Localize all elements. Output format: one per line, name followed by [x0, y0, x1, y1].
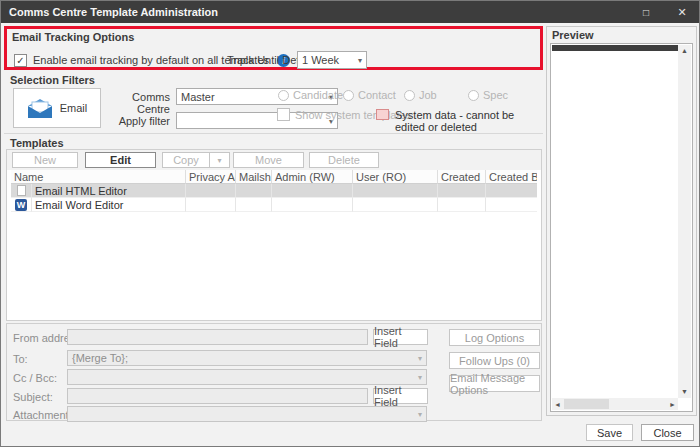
preview-content: ▲ ▼ ◄ ►: [550, 43, 693, 412]
check-icon: ✓: [16, 55, 24, 66]
radio-circle-icon: [278, 90, 289, 101]
column-header-user-ro[interactable]: User (RO): [353, 170, 438, 184]
subject-input[interactable]: [67, 388, 368, 404]
radio-spec[interactable]: Spec: [468, 89, 508, 101]
move-button[interactable]: Move: [233, 152, 304, 168]
table-row-name[interactable]: Email Word Editor: [32, 198, 186, 212]
radio-candidate[interactable]: Candidate: [278, 89, 343, 101]
preview-vertical-scrollbar[interactable]: ▲ ▼: [678, 45, 691, 398]
preview-panel: Preview ▲ ▼ ◄ ►: [546, 26, 697, 416]
scroll-down-icon[interactable]: ▼: [681, 387, 688, 397]
compose-form-panel: From address: Insert Field Log Options T…: [6, 323, 542, 421]
from-address-input[interactable]: [67, 329, 368, 345]
close-button[interactable]: ✕: [667, 1, 697, 23]
radio-contact[interactable]: Contact: [343, 89, 396, 101]
scrollbar-thumb[interactable]: [564, 399, 609, 409]
to-label: To:: [13, 353, 28, 365]
show-system-templates-checkbox[interactable]: Show system templates: [277, 108, 411, 121]
table-row-name[interactable]: Email HTML Editor: [32, 184, 186, 198]
chevron-down-icon: ▾: [217, 156, 221, 165]
radio-job[interactable]: Job: [404, 89, 437, 101]
close-dialog-button[interactable]: Close: [641, 424, 694, 441]
word-icon: W: [15, 199, 27, 211]
preview-header: Preview: [547, 27, 696, 43]
system-data-note: System data - cannot be edited or delete…: [395, 109, 543, 133]
scroll-up-icon[interactable]: ▲: [681, 46, 688, 56]
email-tracking-options-header: Email Tracking Options: [7, 29, 540, 45]
chevron-down-icon: ▾: [418, 354, 422, 363]
selection-filters-header: Selection Filters: [4, 71, 543, 88]
to-value: {Merge To};: [72, 352, 128, 364]
cc-bcc-dropdown[interactable]: ▾: [67, 369, 427, 385]
window-title: Comms Centre Template Administration: [9, 6, 218, 18]
delete-button[interactable]: Delete: [309, 152, 379, 168]
email-envelope-icon: [27, 98, 53, 119]
copy-button[interactable]: Copy: [162, 152, 209, 168]
maximize-icon: □: [643, 7, 649, 18]
checkbox-icon: [277, 108, 290, 121]
column-header-created[interactable]: Created: [438, 170, 486, 184]
edit-button[interactable]: Edit: [85, 152, 156, 168]
templates-table: Name Privacy Au... Mailsh... Admin (RW) …: [11, 170, 537, 318]
scroll-left-icon[interactable]: ◄: [554, 400, 561, 410]
log-options-button[interactable]: Log Options: [449, 329, 540, 346]
html-editor-icon: [17, 185, 26, 196]
copy-dropdown-button[interactable]: ▾: [209, 152, 230, 168]
selection-filters-section: Selection Filters Email Comms Centre Mas…: [4, 71, 543, 134]
subject-label: Subject:: [13, 391, 53, 403]
scroll-right-icon[interactable]: ►: [669, 400, 676, 410]
maximize-button[interactable]: □: [631, 1, 661, 23]
save-button[interactable]: Save: [586, 424, 633, 441]
email-tracking-options-section: Email Tracking Options ✓ Enable email tr…: [4, 26, 543, 70]
email-message-options-button[interactable]: Email Message Options: [449, 375, 540, 392]
preview-horizontal-scrollbar[interactable]: ◄ ►: [552, 398, 678, 410]
show-system-templates-label: Show system templates: [295, 109, 411, 121]
close-icon: ✕: [677, 6, 686, 19]
radio-circle-icon: [343, 90, 354, 101]
table-row-icon-cell[interactable]: [11, 184, 32, 198]
column-header-name[interactable]: Name: [11, 170, 186, 184]
table-row-icon-cell[interactable]: W: [11, 198, 32, 212]
column-header-created-by[interactable]: Created By: [486, 170, 537, 184]
insert-field-button-from[interactable]: Insert Field: [373, 329, 428, 345]
comms-centre-label: Comms Centre: [104, 91, 170, 115]
comms-centre-value: Master: [181, 91, 215, 103]
templates-toolbar: New Edit Copy ▾ Move Delete: [7, 150, 541, 170]
column-header-mailshot[interactable]: Mailsh...: [236, 170, 272, 184]
follow-ups-button[interactable]: Follow Ups (0): [449, 352, 540, 369]
cc-bcc-label: Cc / Bcc:: [13, 372, 57, 384]
system-data-color-swatch: [376, 109, 389, 120]
column-header-admin-rw[interactable]: Admin (RW): [272, 170, 353, 184]
preview-toolbar-strip: [552, 45, 678, 51]
column-header-privacy[interactable]: Privacy Au...: [186, 170, 236, 184]
chevron-down-icon: ▾: [358, 56, 362, 65]
apply-filter-label: Apply filter: [104, 115, 170, 127]
chevron-down-icon: ▾: [418, 373, 422, 382]
radio-circle-icon: [404, 90, 415, 101]
new-button[interactable]: New: [12, 152, 78, 168]
radio-circle-icon: [468, 90, 479, 101]
to-dropdown[interactable]: {Merge To}; ▾: [67, 350, 427, 366]
track-until-default-dropdown[interactable]: 1 Week ▾: [297, 51, 367, 69]
email-button-label: Email: [60, 102, 88, 114]
insert-field-button-subject[interactable]: Insert Field: [373, 388, 428, 404]
enable-email-tracking-checkbox[interactable]: ✓: [14, 54, 27, 67]
templates-panel: New Edit Copy ▾ Move Delete Name Privacy…: [6, 149, 542, 321]
email-channel-button[interactable]: Email: [13, 88, 101, 128]
attachments-dropdown[interactable]: ▾: [67, 406, 427, 422]
chevron-down-icon: ▾: [418, 410, 422, 419]
titlebar[interactable]: Comms Centre Template Administration □ ✕: [1, 1, 699, 23]
track-until-default-value: 1 Week: [302, 54, 339, 66]
comms-centre-template-administration-dialog: Comms Centre Template Administration □ ✕…: [0, 0, 700, 447]
